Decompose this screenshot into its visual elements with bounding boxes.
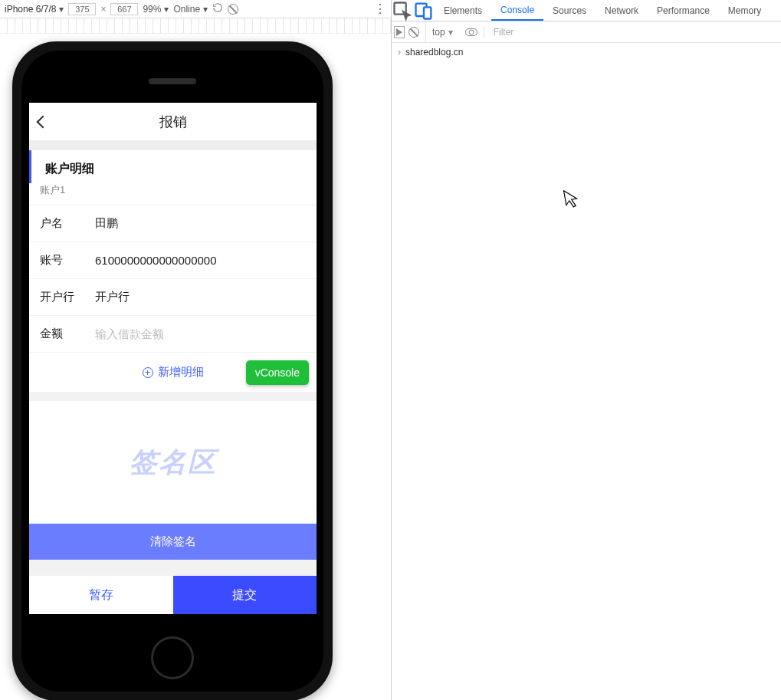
app-screen: 报销 账户明细 账户1 户名 田鹏 账号 6100000000000000000: [29, 103, 317, 614]
svg-rect-2: [424, 7, 431, 18]
inspect-icon[interactable]: [392, 0, 413, 21]
amount-input[interactable]: [95, 327, 306, 340]
label-name: 户名: [40, 216, 95, 231]
device-toolbar: iPhone 6/7/8 375 × 667 99% Online ⋮: [0, 0, 391, 18]
filter-input[interactable]: [491, 25, 776, 39]
plus-icon: +: [143, 367, 153, 378]
live-expression-icon[interactable]: [465, 28, 477, 36]
viewport-width[interactable]: 375: [68, 3, 96, 15]
account-group-label: 账户1: [29, 183, 317, 205]
tab-elements[interactable]: Elements: [435, 0, 491, 21]
zoom-select[interactable]: 99%: [143, 4, 169, 15]
clear-console-icon[interactable]: [409, 27, 419, 38]
label-bank: 开户行: [40, 290, 95, 304]
section-gap: [29, 141, 317, 150]
add-detail-label: 新增明细: [158, 365, 204, 380]
divider: [484, 26, 484, 38]
submit-button[interactable]: 提交: [173, 576, 317, 614]
console-message: sharedblog.cn: [405, 47, 463, 58]
devtools-tabs: Elements Console Sources Network Perform…: [392, 0, 781, 21]
phone-stage: 报销 账户明细 账户1 户名 田鹏 账号 6100000000000000000: [0, 34, 391, 700]
tab-memory[interactable]: Memory: [719, 0, 770, 21]
more-icon[interactable]: ⋮: [374, 5, 386, 13]
tab-performance[interactable]: Performance: [648, 0, 719, 21]
label-account: 账号: [40, 253, 95, 268]
value-account: 6100000000000000000: [95, 254, 306, 267]
add-detail-row[interactable]: + 新增明细 vConsole: [29, 352, 317, 392]
device-icon[interactable]: [413, 0, 435, 21]
phone-speaker: [149, 78, 196, 84]
sidebar-toggle-icon[interactable]: [396, 28, 402, 36]
row-account: 账号 6100000000000000000: [29, 242, 317, 278]
tab-console[interactable]: Console: [491, 0, 543, 21]
row-name: 户名 田鹏: [29, 205, 317, 242]
row-amount: 金额: [29, 315, 317, 352]
context-select[interactable]: top: [425, 21, 459, 42]
dim-separator: ×: [100, 4, 106, 15]
throttle-select[interactable]: Online: [173, 4, 208, 15]
console-body[interactable]: › sharedblog.cn: [392, 43, 781, 700]
device-select[interactable]: iPhone 6/7/8: [5, 4, 64, 15]
signature-canvas[interactable]: 签名区: [29, 401, 317, 524]
bottom-bar: 暂存 提交: [29, 576, 317, 614]
clear-signature-button[interactable]: 清除签名: [29, 524, 317, 560]
account-card: 账户明细 账户1 户名 田鹏 账号 6100000000000000000 开户…: [29, 150, 317, 392]
card-title: 账户明细: [29, 150, 317, 183]
vconsole-button[interactable]: vConsole: [246, 360, 309, 385]
tab-sources[interactable]: Sources: [543, 0, 596, 21]
page-title: 报销: [159, 113, 187, 131]
devtools-pane: Elements Console Sources Network Perform…: [391, 0, 781, 700]
back-icon[interactable]: [37, 115, 50, 128]
cursor-icon: [563, 188, 582, 215]
value-bank: 开户行: [95, 290, 306, 304]
tab-network[interactable]: Network: [596, 0, 648, 21]
ruler: [0, 18, 391, 34]
phone-frame: 报销 账户明细 账户1 户名 田鹏 账号 6100000000000000000: [12, 41, 333, 700]
device-emulation-pane: iPhone 6/7/8 375 × 667 99% Online ⋮ 报销: [0, 0, 391, 700]
caret-icon: ›: [398, 47, 401, 58]
row-bank: 开户行 开户行: [29, 278, 317, 315]
no-touch-icon[interactable]: [228, 4, 238, 15]
rotate-icon[interactable]: [212, 2, 223, 15]
viewport-height[interactable]: 667: [110, 3, 138, 15]
console-toolbar: top: [392, 21, 781, 43]
save-button[interactable]: 暂存: [29, 576, 173, 614]
app-header: 报销: [29, 103, 317, 141]
console-line: › sharedblog.cn: [398, 46, 775, 58]
value-name: 田鹏: [95, 216, 306, 231]
label-amount: 金额: [40, 327, 95, 341]
home-button[interactable]: [151, 636, 194, 679]
signature-watermark: 签名区: [130, 444, 217, 481]
